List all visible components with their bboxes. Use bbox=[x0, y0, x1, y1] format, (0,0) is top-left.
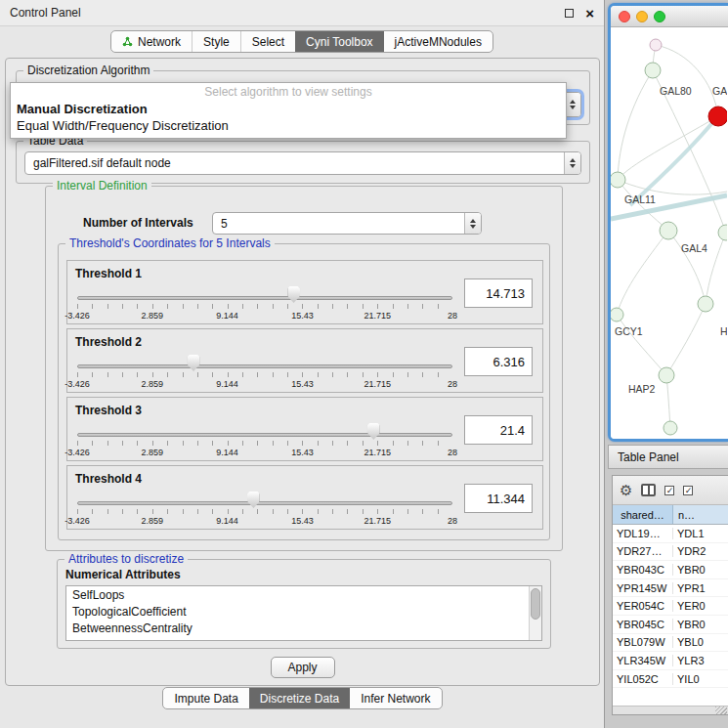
network-node-gal4[interactable] bbox=[660, 222, 677, 239]
slider-thumb[interactable] bbox=[188, 355, 200, 371]
table-row[interactable]: YBR045C YBR0 bbox=[613, 616, 728, 634]
tab-infer-network[interactable]: Infer Network bbox=[350, 688, 441, 708]
gear-icon[interactable]: ⚙ bbox=[620, 483, 632, 497]
threshold-3-slider[interactable]: -3.426 2.859 9.144 15.43 21.715 28 bbox=[77, 421, 452, 460]
table-row[interactable]: YBR043C YBR0 bbox=[613, 561, 728, 579]
threshold-1-slider[interactable]: -3.426 2.859 9.144 15.43 21.715 28 bbox=[77, 284, 452, 323]
list-scrollbar[interactable] bbox=[529, 586, 541, 640]
tab-discretize-data[interactable]: Discretize Data bbox=[249, 688, 350, 708]
columns-icon[interactable] bbox=[641, 484, 656, 496]
cell-shared-name: YIL052C bbox=[613, 673, 673, 685]
slider-thumb[interactable] bbox=[367, 423, 380, 440]
tick-label: 21.715 bbox=[364, 311, 391, 321]
zoom-button[interactable] bbox=[654, 11, 665, 22]
top-tab-row: Network Style Select Cyni Toolbox jActiv… bbox=[0, 30, 604, 53]
network-canvas[interactable]: GAL80 GA GAL11 GAL4 GCY1 H HAP2 bbox=[611, 27, 728, 439]
close-button[interactable] bbox=[619, 11, 630, 22]
cell-name: YBR0 bbox=[673, 619, 728, 630]
threshold-3-value-field[interactable]: 21.4 bbox=[464, 415, 533, 445]
table-panel-window: ⚙ ✓ ✓ shared… n… YDL19… YDL1 YDR27… YDR2… bbox=[612, 475, 728, 715]
column-header-shared-name[interactable]: shared… bbox=[613, 505, 673, 524]
network-view-window: GAL80 GA GAL11 GAL4 GCY1 H HAP2 bbox=[608, 3, 728, 442]
network-graph[interactable]: GAL80 GA GAL11 GAL4 GCY1 H HAP2 bbox=[611, 27, 727, 439]
network-node[interactable] bbox=[698, 296, 713, 312]
list-scrollbar-thumb[interactable] bbox=[531, 588, 540, 620]
network-node-selected-red[interactable] bbox=[708, 107, 727, 126]
cell-name: YPR1 bbox=[673, 582, 728, 594]
minimize-button[interactable] bbox=[636, 11, 648, 22]
threshold-4-label: Threshold 4 bbox=[75, 472, 142, 486]
tick-label: 2.859 bbox=[142, 516, 164, 526]
network-node[interactable] bbox=[664, 421, 677, 435]
dropdown-option-equal-width[interactable]: Equal Width/Frequency Discretization bbox=[11, 117, 566, 134]
node-label: GAL11 bbox=[624, 193, 656, 205]
dropdown-hint: Select algorithm to view settings bbox=[11, 85, 566, 101]
close-panel-icon[interactable]: × bbox=[585, 6, 594, 21]
cell-shared-name: YPR145W bbox=[613, 582, 673, 594]
network-node-hap2[interactable] bbox=[659, 367, 674, 383]
window-resize-grip[interactable] bbox=[613, 706, 728, 714]
table-row[interactable]: YBL079W YBL0 bbox=[613, 634, 728, 653]
float-window-icon[interactable] bbox=[565, 9, 574, 18]
tick-label: 28 bbox=[448, 516, 457, 526]
node-label: H bbox=[720, 325, 727, 337]
tab-style[interactable]: Style bbox=[192, 31, 240, 52]
number-of-intervals-select[interactable]: 5 bbox=[212, 212, 482, 235]
network-node-gcy1[interactable] bbox=[611, 308, 623, 321]
checkbox-icon[interactable]: ✓ bbox=[683, 486, 693, 495]
table-row[interactable]: YIL052C YIL0 bbox=[613, 670, 728, 689]
node-label: GCY1 bbox=[615, 325, 643, 337]
cell-shared-name: YBR045C bbox=[613, 619, 673, 630]
slider-thumb[interactable] bbox=[247, 492, 260, 508]
list-item[interactable]: TopologicalCoefficient bbox=[66, 603, 541, 620]
table-data-select[interactable]: galFiltered.sif default node bbox=[24, 151, 581, 175]
table-row[interactable]: YER054C YER0 bbox=[613, 597, 728, 616]
network-node[interactable] bbox=[718, 225, 727, 240]
table-row[interactable]: YDR27… YDR2 bbox=[613, 543, 728, 562]
tab-jactivemnodules[interactable]: jActiveMNodules bbox=[384, 31, 492, 52]
threshold-2-value-field[interactable]: 6.316 bbox=[464, 347, 533, 376]
column-header-name[interactable]: n… bbox=[673, 505, 728, 524]
threshold-4-slider[interactable]: -3.426 2.859 9.144 15.43 21.715 28 bbox=[77, 490, 452, 529]
combo-arrows-icon[interactable] bbox=[464, 213, 481, 234]
tick-label: 15.43 bbox=[291, 516, 314, 526]
checkbox-icon[interactable]: ✓ bbox=[664, 486, 674, 495]
cyni-toolbox-panel: Discretization Algorithm Table Data galF… bbox=[5, 58, 600, 686]
numerical-attributes-heading: Numerical Attributes bbox=[65, 568, 181, 581]
tab-network[interactable]: Network bbox=[111, 31, 192, 52]
threshold-2-slider[interactable]: -3.426 2.859 9.144 15.43 21.715 28 bbox=[77, 353, 452, 392]
dropdown-option-manual-discretization[interactable]: Manual Discretization bbox=[11, 101, 566, 117]
network-node-gal80[interactable] bbox=[645, 63, 661, 78]
tab-discretize-data-label: Discretize Data bbox=[260, 692, 339, 706]
table-row[interactable]: YLR345W YLR3 bbox=[613, 652, 728, 670]
numerical-attributes-list[interactable]: SelfLoops TopologicalCoefficient Between… bbox=[65, 585, 542, 641]
slider-ticks bbox=[77, 441, 452, 446]
apply-button[interactable]: Apply bbox=[271, 657, 335, 678]
slider-track[interactable] bbox=[77, 501, 452, 505]
network-node[interactable] bbox=[650, 39, 662, 51]
cell-shared-name: YBR043C bbox=[613, 564, 673, 576]
slider-track[interactable] bbox=[77, 433, 452, 437]
combo-arrows-icon[interactable] bbox=[564, 152, 580, 174]
table-data-group: Table Data galFiltered.sif default node bbox=[16, 141, 590, 184]
table-row[interactable]: YPR145W YPR1 bbox=[613, 579, 728, 598]
tab-select[interactable]: Select bbox=[240, 31, 295, 52]
list-item[interactable]: BetweennessCentrality bbox=[66, 620, 541, 636]
list-item[interactable]: SelfLoops bbox=[66, 586, 541, 603]
cell-name: YBL0 bbox=[673, 636, 728, 648]
tab-cyni-toolbox[interactable]: Cyni Toolbox bbox=[295, 31, 383, 52]
tick-label: 2.859 bbox=[142, 379, 164, 389]
bottom-tab-group: Impute Data Discretize Data Infer Networ… bbox=[162, 687, 442, 709]
slider-track[interactable] bbox=[77, 296, 452, 300]
threshold-4-value-field[interactable]: 11.344 bbox=[464, 484, 533, 513]
tab-impute-data[interactable]: Impute Data bbox=[163, 688, 248, 708]
network-node-gal11[interactable] bbox=[611, 172, 625, 188]
cell-shared-name: YER054C bbox=[613, 600, 673, 612]
cell-name: YDL1 bbox=[673, 528, 728, 539]
tick-label: 21.715 bbox=[364, 516, 391, 526]
tab-select-label: Select bbox=[252, 35, 284, 49]
threshold-1-value-field[interactable]: 14.713 bbox=[464, 278, 533, 308]
table-row[interactable]: YDL19… YDL1 bbox=[613, 525, 728, 543]
slider-track[interactable] bbox=[77, 364, 452, 368]
slider-thumb[interactable] bbox=[287, 286, 300, 303]
